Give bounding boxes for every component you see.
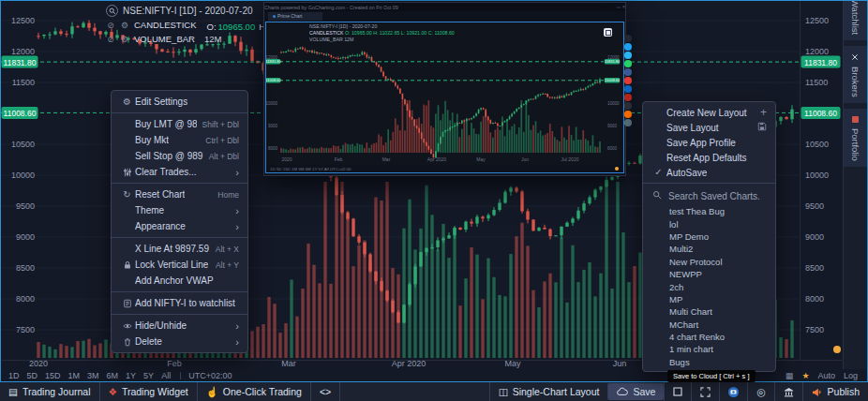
share-icon-8[interactable]	[624, 94, 632, 101]
menu-item-delete[interactable]: Delete›	[112, 334, 247, 349]
study-settings-gear-icon[interactable]: ⚙	[120, 21, 129, 30]
layout-menu-item-save-layout[interactable]: Save Layout	[643, 120, 775, 135]
menu-item-reset-chart[interactable]: ↻Reset ChartHome	[112, 186, 247, 202]
menu-item-appearance[interactable]: Appearance›	[112, 218, 247, 234]
svg-text:2020: 2020	[281, 156, 292, 162]
saved-chart-4-chart-renko[interactable]: 4 chart Renko	[643, 331, 775, 343]
sidebar-tab-brokers[interactable]: Brokers	[844, 46, 867, 103]
menu-item-hide-unhide[interactable]: Hide/Unhide›	[112, 318, 247, 334]
saved-chart-mchart[interactable]: MChart	[643, 319, 775, 331]
saved-chart-new-protocol[interactable]: New Protocol	[643, 256, 775, 268]
layout-menu-item-save-app-profile[interactable]: Save App Profile	[643, 135, 775, 150]
timeframe-3m[interactable]: 3M	[87, 371, 99, 380]
saved-chart-2ch[interactable]: 2ch	[643, 280, 775, 292]
svg-text:8000: 8000	[607, 146, 618, 151]
saved-chart-1-min-chart[interactable]: 1 min chart	[643, 343, 775, 355]
saved-charts-search[interactable]: Search Saved Charts.	[643, 186, 775, 205]
saved-chart-mp-demo[interactable]: MP Demo	[643, 230, 775, 243]
study-name[interactable]: CANDLESTICK	[134, 20, 197, 30]
timeframe-1d[interactable]: 1D	[8, 371, 20, 380]
timeframe-5y[interactable]: 5Y	[143, 371, 154, 380]
timeframe-6m[interactable]: 6M	[107, 371, 119, 380]
saved-chart-test-thea-bug[interactable]: test Thea Bug	[643, 205, 775, 217]
log-scale-toggle[interactable]: Log	[844, 371, 858, 380]
timeframe-1y[interactable]: 1Y	[126, 371, 136, 380]
trading-widget-button[interactable]: ❖ Trading Widget	[100, 382, 198, 401]
share-icon-7[interactable]	[624, 85, 632, 93]
journal-icon: ▤	[8, 386, 18, 397]
symbol-search-icon[interactable]	[106, 5, 118, 17]
saved-chart-bugs[interactable]: Bugs	[643, 356, 775, 368]
share-icon-2[interactable]	[624, 43, 632, 51]
one-click-trading-button[interactable]: ☝ One-Click Trading	[198, 382, 311, 401]
menu-item-lock-vertical-line[interactable]: Lock Vertical LineAlt + Y	[112, 257, 247, 273]
svg-text:10000: 10000	[805, 171, 829, 180]
favorite-star-icon[interactable]: ★	[801, 371, 809, 380]
single-chart-layout-button[interactable]: ◫ Single-Chart Layout	[489, 382, 608, 401]
share-icon-3[interactable]	[624, 52, 632, 59]
menu-item-x-line-at-9897-59[interactable]: X Line At 9897.59Alt + X	[112, 241, 247, 257]
disk-icon	[752, 122, 767, 133]
layout-menu-item-autosave[interactable]: ✓AutoSave	[643, 165, 775, 180]
menu-item-buy-mkt[interactable]: Buy MktCtrl + Dbl	[112, 132, 247, 148]
share-icon-10[interactable]	[624, 111, 632, 118]
grid-icon[interactable]: ▦	[786, 371, 794, 380]
share-icons-column	[624, 35, 632, 126]
layout-menu-item-create-new-layout[interactable]: Create New Layout+	[643, 105, 775, 120]
volume-settings-gear-icon[interactable]: ⚙	[120, 35, 129, 44]
code-button[interactable]: <>	[311, 382, 340, 401]
popup-tab-prime-chart[interactable]: Prime Chart	[268, 12, 322, 21]
snapshot-button[interactable]	[719, 382, 747, 401]
menu-item-label: Edit Settings	[135, 97, 187, 107]
saved-chart-multi-chart[interactable]: Multi Chart	[643, 305, 775, 318]
symbol-title[interactable]: NSE:NIFTY-I [1D] - 2020-07-20	[123, 6, 253, 16]
popup-window-buttons[interactable]: ▭ ✕	[616, 5, 625, 9]
layout-menu-item-reset-app-defaults[interactable]: Reset App Defaults	[643, 150, 775, 165]
svg-text:Jul 2020: Jul 2020	[561, 156, 579, 162]
volume-study-name[interactable]: VOLUME_BAR	[134, 34, 195, 44]
share-icon-4[interactable]	[624, 60, 632, 67]
fullscreen-button[interactable]	[691, 382, 719, 401]
saved-chart-lol[interactable]: lol	[643, 217, 775, 230]
menu-item-sell-stop-9897-59[interactable]: Sell Stop @ 9897.59Alt + Dbl	[112, 148, 247, 164]
link-off-icon[interactable]: ⊘	[106, 21, 115, 30]
publish-button[interactable]: Publish	[802, 382, 868, 401]
share-icon-1[interactable]	[624, 35, 632, 42]
timeframe-all[interactable]: All	[161, 371, 171, 380]
lock-icon	[119, 260, 135, 270]
menu-item-add-nifty-i-to-watchlist[interactable]: Add NIFTY-I to watchlist	[112, 295, 247, 311]
timeframe-15d[interactable]: 15D	[45, 371, 61, 380]
saved-chart-multi2[interactable]: Multi2	[643, 243, 775, 255]
sidebar-tab-watchlist[interactable]: Watchlist	[844, 1, 867, 40]
copy-image-icon[interactable]	[604, 28, 612, 37]
menu-item-add-anchor-vwap[interactable]: Add Anchor VWAP	[112, 273, 247, 289]
timeframe-1m[interactable]: 1M	[68, 371, 81, 380]
timezone-label[interactable]: UTC+02:00	[188, 371, 232, 380]
menu-item-theme[interactable]: Theme›	[112, 202, 247, 218]
sidebar-tab-portfolio[interactable]: Portfolio	[844, 109, 867, 167]
target-button[interactable]: ◎	[747, 382, 773, 401]
svg-text:8000: 8000	[805, 294, 824, 304]
menu-item-buy-lmt-9897-59[interactable]: Buy LMT @ 9897.59Shift + Dbl	[112, 116, 247, 132]
exchange-button[interactable]	[774, 382, 802, 401]
save-button[interactable]: Save	[607, 383, 664, 400]
menu-item-clear-trades[interactable]: Clear Trades...›	[112, 164, 247, 180]
share-icon-6[interactable]	[624, 77, 632, 84]
ohlc-value: 10965.00	[218, 22, 256, 32]
auto-scale-toggle[interactable]: Auto	[817, 371, 835, 380]
share-icon-11[interactable]	[624, 119, 632, 126]
frame-select-button[interactable]	[664, 382, 691, 401]
trading-journal-button[interactable]: ▤ Trading Journal	[0, 382, 100, 401]
timeframe-5d[interactable]: 5D	[27, 371, 38, 380]
svg-text:8500: 8500	[805, 263, 824, 273]
share-icon-5[interactable]	[624, 68, 632, 76]
share-icon-9[interactable]	[624, 102, 632, 110]
saved-chart-mp[interactable]: MP	[643, 293, 775, 305]
menu-item-edit-settings[interactable]: ⚙Edit Settings	[112, 94, 247, 110]
bottom-toolbar: ▤ Trading Journal ❖ Trading Widget ☝ One…	[0, 382, 868, 401]
saved-chart-newpp[interactable]: NEWPP	[643, 268, 775, 280]
chart-context-menu: ⚙Edit SettingsBuy LMT @ 9897.59Shift + D…	[111, 90, 248, 353]
submenu-chevron-icon: ›	[230, 222, 239, 231]
link-off-icon[interactable]: ⊘	[106, 35, 115, 44]
eye-icon	[119, 321, 135, 331]
